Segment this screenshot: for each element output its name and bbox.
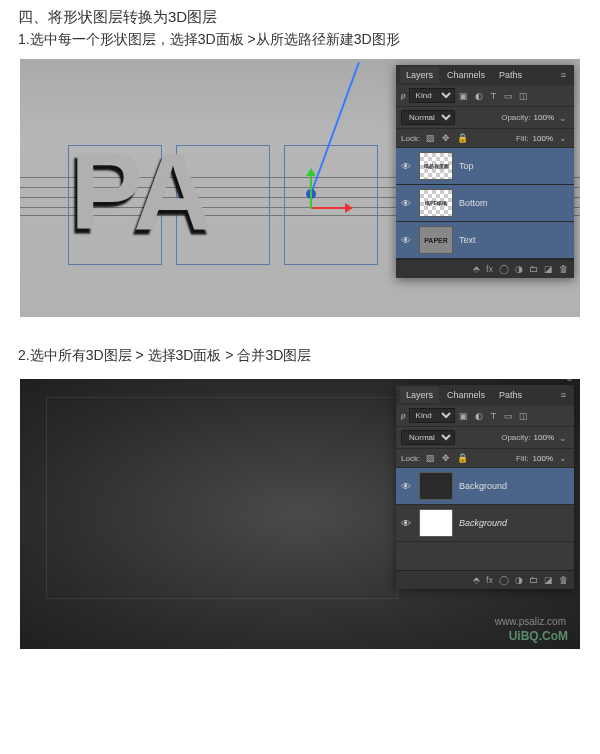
lock-position-icon[interactable]: ✥ (440, 452, 452, 464)
layer-name-label[interactable]: Background (459, 518, 507, 528)
filter-text-icon[interactable]: T (488, 90, 500, 102)
filter-image-icon[interactable]: ▣ (458, 90, 470, 102)
kind-select[interactable]: Kind (409, 88, 455, 103)
folder-icon[interactable]: 🗀 (529, 575, 538, 585)
3d-gizmo[interactable] (290, 169, 370, 249)
panel-collapse-icon[interactable]: « (566, 379, 572, 384)
screenshot-2: « Layers Channels Paths ≡ ρ Kind ▣ ◐ T ▭… (20, 379, 580, 649)
canvas-dark: « Layers Channels Paths ≡ ρ Kind ▣ ◐ T ▭… (20, 379, 580, 649)
layer-thumbnail[interactable]: 纸品在里面 (419, 152, 453, 180)
panel-collapse-icon[interactable]: « (566, 59, 572, 64)
layer-row[interactable]: 👁 Background (396, 505, 574, 542)
link-icon[interactable]: ⬘ (473, 575, 480, 585)
watermark-brand: UiBQ.CoM (509, 629, 568, 643)
layer-name-label[interactable]: Text (459, 235, 476, 245)
filter-image-icon[interactable]: ▣ (458, 410, 470, 422)
panel-tabs: Layers Channels Paths ≡ (396, 65, 574, 85)
step-2-text: 2.选中所有3D图层 > 选择3D面板 > 合并3D图层 (18, 347, 600, 365)
kind-label: ρ (401, 91, 406, 100)
filter-row: ρ Kind ▣ ◐ T ▭ ◫ (396, 85, 574, 107)
layer-name-label[interactable]: Top (459, 161, 474, 171)
section-number: 四、 (18, 8, 48, 27)
filter-row: ρ Kind ▣ ◐ T ▭ ◫ (396, 405, 574, 427)
blend-mode-select[interactable]: Normal (401, 110, 455, 125)
blend-row: Normal Opacity: 100% ⌄ (396, 427, 574, 449)
mask-icon[interactable]: ◯ (499, 264, 509, 274)
paper-text: PA (70, 127, 211, 254)
chevron-down-icon[interactable]: ⌄ (557, 432, 569, 444)
filter-shape-icon[interactable]: ▭ (503, 410, 515, 422)
lock-label: Lock: (401, 454, 420, 463)
blend-mode-select[interactable]: Normal (401, 430, 455, 445)
tab-layers[interactable]: Layers (400, 67, 439, 83)
visibility-icon[interactable]: 👁 (401, 518, 413, 529)
visibility-icon[interactable]: 👁 (401, 481, 413, 492)
section-title: 将形状图层转换为3D图层 (48, 8, 217, 25)
layers-panel: « Layers Channels Paths ≡ ρ Kind ▣ ◐ T ▭… (396, 385, 574, 589)
layer-thumbnail[interactable] (419, 509, 453, 537)
lock-all-icon[interactable]: 🔒 (456, 452, 468, 464)
filter-adjust-icon[interactable]: ◐ (473, 410, 485, 422)
opacity-value[interactable]: 100% (534, 433, 554, 442)
opacity-value[interactable]: 100% (534, 113, 554, 122)
new-layer-icon[interactable]: ◪ (544, 264, 553, 274)
layer-thumbnail[interactable]: 纸PE纸纸 (419, 189, 453, 217)
panel-tabs: Layers Channels Paths ≡ (396, 385, 574, 405)
tab-paths[interactable]: Paths (493, 387, 528, 403)
layer-thumbnail[interactable] (419, 472, 453, 500)
layer-name-label[interactable]: Background (459, 481, 507, 491)
opacity-label: Opacity: (501, 433, 530, 442)
tab-channels[interactable]: Channels (441, 67, 491, 83)
lock-pixels-icon[interactable]: ▨ (424, 132, 436, 144)
lock-position-icon[interactable]: ✥ (440, 132, 452, 144)
filter-smart-icon[interactable]: ◫ (518, 90, 530, 102)
lock-all-icon[interactable]: 🔒 (456, 132, 468, 144)
visibility-icon[interactable]: 👁 (401, 198, 413, 209)
source-url: www.psaliz.com (495, 616, 566, 627)
gizmo-y-axis[interactable] (310, 169, 312, 209)
panel-menu-icon[interactable]: ≡ (557, 390, 570, 400)
layer-row[interactable]: 👁 纸PE纸纸 Bottom (396, 185, 574, 222)
layer-row[interactable]: 👁 纸品在里面 Top (396, 148, 574, 185)
chevron-down-icon[interactable]: ⌄ (557, 112, 569, 124)
visibility-icon[interactable]: 👁 (401, 161, 413, 172)
trash-icon[interactable]: 🗑 (559, 575, 568, 585)
tab-channels[interactable]: Channels (441, 387, 491, 403)
trash-icon[interactable]: 🗑 (559, 264, 568, 274)
adjustment-icon[interactable]: ◑ (515, 264, 523, 274)
layer-name-label[interactable]: Bottom (459, 198, 488, 208)
lock-label: Lock: (401, 134, 420, 143)
lock-pixels-icon[interactable]: ▨ (424, 452, 436, 464)
layer-thumbnail[interactable]: PAPER (419, 226, 453, 254)
fx-icon[interactable]: fx (486, 264, 493, 274)
inner-frame (46, 397, 398, 599)
layer-row[interactable]: 👁 PAPER Text (396, 222, 574, 259)
panel-footer: ⬘ fx ◯ ◑ 🗀 ◪ 🗑 (396, 259, 574, 278)
visibility-icon[interactable]: 👁 (401, 235, 413, 246)
new-layer-icon[interactable]: ◪ (544, 575, 553, 585)
chevron-down-icon[interactable]: ⌄ (557, 452, 569, 464)
link-icon[interactable]: ⬘ (473, 264, 480, 274)
filter-shape-icon[interactable]: ▭ (503, 90, 515, 102)
fx-icon[interactable]: fx (486, 575, 493, 585)
filter-adjust-icon[interactable]: ◐ (473, 90, 485, 102)
tab-layers[interactable]: Layers (400, 387, 439, 403)
gizmo-x-axis[interactable] (312, 207, 352, 209)
folder-icon[interactable]: 🗀 (529, 264, 538, 274)
chevron-down-icon[interactable]: ⌄ (557, 132, 569, 144)
opacity-label: Opacity: (501, 113, 530, 122)
layers-panel: « Layers Channels Paths ≡ ρ Kind ▣ ◐ T ▭… (396, 65, 574, 278)
mask-icon[interactable]: ◯ (499, 575, 509, 585)
filter-smart-icon[interactable]: ◫ (518, 410, 530, 422)
kind-select[interactable]: Kind (409, 408, 455, 423)
lock-row: Lock: ▨ ✥ 🔒 Fill: 100% ⌄ (396, 449, 574, 468)
layer-row[interactable]: 👁 Background (396, 468, 574, 505)
filter-text-icon[interactable]: T (488, 410, 500, 422)
adjustment-icon[interactable]: ◑ (515, 575, 523, 585)
fill-value[interactable]: 100% (533, 454, 553, 463)
tab-paths[interactable]: Paths (493, 67, 528, 83)
panel-menu-icon[interactable]: ≡ (557, 70, 570, 80)
fill-value[interactable]: 100% (533, 134, 553, 143)
fill-label: Fill: (516, 134, 528, 143)
step-1-text: 1.选中每一个形状图层，选择3D面板 >从所选路径新建3D图形 (18, 31, 600, 49)
